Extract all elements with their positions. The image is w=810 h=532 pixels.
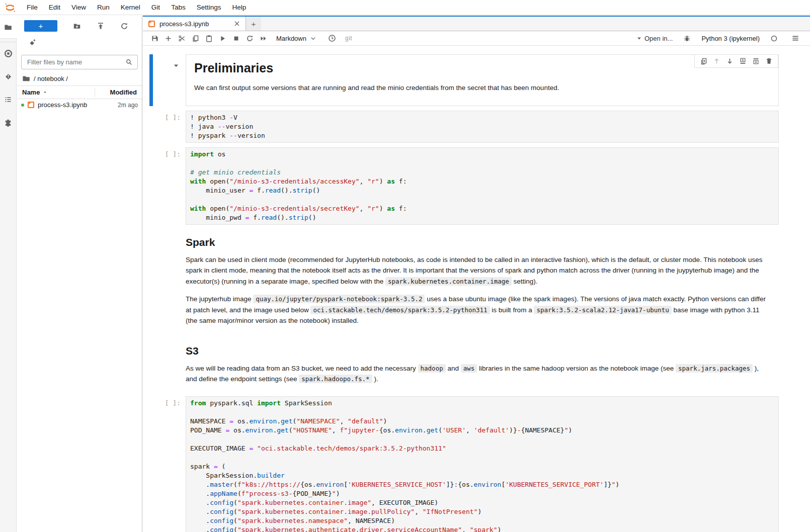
run-button[interactable] (216, 32, 229, 45)
code-line: ! java --version (190, 122, 774, 131)
inline-code: spark.kubernetes.container.image (385, 277, 512, 286)
tab-bar: process-s3.ipynb + (143, 16, 810, 31)
file-list: process-s3.ipynb 2m ago (17, 99, 142, 111)
code-line (190, 435, 774, 444)
code-line: with open("/minio-s3-credentials/accessK… (190, 177, 774, 186)
file-row[interactable]: process-s3.ipynb 2m ago (17, 99, 142, 111)
code-line: .master(f"k8s://https://{os.environ['KUB… (190, 480, 774, 489)
code-line: .config("spark.kubernetes.container.imag… (190, 507, 774, 516)
markdown-cell-selected: PreliminariesWe can first output some ve… (143, 54, 810, 106)
markdown-h2: S3 (186, 345, 771, 357)
execution-time-button[interactable] (326, 32, 339, 45)
insert-cell-below-button[interactable] (752, 57, 760, 65)
markdown-h2: Spark (186, 236, 771, 248)
code-editor[interactable]: from pyspark.sql import SparkSession NAM… (186, 396, 779, 532)
delete-cell-button[interactable] (765, 57, 773, 65)
markdown-p: Spark can be used in client mode (recomm… (186, 254, 771, 287)
markdown-h1: Preliminaries (194, 61, 770, 75)
new-launcher-button[interactable]: + (24, 20, 57, 32)
close-tab-icon[interactable] (233, 20, 240, 27)
caret-down-icon (636, 36, 642, 41)
code-line: .config("spark.kubernetes.container.imag… (190, 498, 774, 507)
toolbar-right: Open in... Python 3 (ipykernel) (636, 32, 805, 45)
markdown-rendered[interactable]: SparkSpark can be used in client mode (r… (186, 236, 779, 326)
activity-git[interactable] (0, 65, 17, 88)
markdown-p: As we will be reading data from an S3 bu… (186, 363, 771, 385)
menu-file[interactable]: File (21, 0, 43, 15)
inline-code: spark.jars.packages (676, 364, 753, 373)
code-line (190, 453, 774, 462)
cell-toolbar (694, 54, 778, 68)
code-line: minio_user = f.read().strip() (190, 186, 774, 195)
cut-button[interactable] (175, 32, 189, 45)
debugger-bug-icon[interactable] (680, 32, 694, 45)
upload-button[interactable] (97, 22, 105, 30)
input-prompt: [ ]: (143, 396, 186, 407)
menu-git[interactable]: Git (146, 0, 166, 15)
sort-caret-icon (43, 90, 47, 95)
column-modified[interactable]: Modified (95, 88, 138, 97)
file-filter-input[interactable] (26, 58, 125, 66)
menu-bar: FileEditViewRunKernelGitTabsSettingsHelp (0, 0, 810, 15)
code-line: NAMESPACE = os.environ.get("NAMESPACE", … (190, 417, 774, 426)
file-filter[interactable] (21, 55, 138, 69)
running-icon (4, 49, 13, 58)
inline-code: spark:3.5.2-scala2.12-java17-ubuntu (534, 306, 671, 314)
save-button[interactable] (148, 32, 161, 45)
tab-process-s3[interactable]: process-s3.ipynb (143, 17, 246, 31)
fast-forward-button[interactable] (257, 32, 270, 45)
code-editor[interactable]: import os # get minio credentialswith op… (186, 147, 779, 225)
code-editor[interactable]: ! python3 -V! java --version! pyspark --… (186, 111, 779, 143)
menu-help[interactable]: Help (226, 0, 252, 15)
cell-gutter: [ ]: (143, 147, 186, 225)
code-line: .config("spark.kubernetes.authenticate.d… (190, 525, 774, 532)
input-prompt: [ ]: (143, 147, 186, 158)
markdown-rendered[interactable]: S3As we will be reading data from an S3 … (186, 345, 779, 385)
activity-table-of-contents[interactable] (0, 88, 17, 111)
code-line: SparkSession.builder (190, 471, 774, 480)
copy-button[interactable] (189, 32, 202, 45)
breadcrumb-path: / notebook / (34, 75, 68, 82)
kernel-name[interactable]: Python 3 (ipykernel) (701, 35, 760, 42)
home-folder-icon[interactable] (22, 74, 30, 82)
restart-button[interactable] (243, 32, 257, 45)
git-clone-button[interactable] (28, 39, 36, 47)
menu-settings[interactable]: Settings (191, 0, 227, 15)
cell-type-dropdown[interactable]: Markdown (276, 35, 316, 42)
toolbar-menu-icon[interactable] (788, 32, 802, 45)
stop-button[interactable] (229, 32, 243, 45)
menu-kernel[interactable]: Kernel (115, 0, 146, 15)
activity-file-browser[interactable] (0, 16, 17, 39)
collapser-icon[interactable] (173, 63, 179, 69)
duplicate-cell-button[interactable] (700, 57, 707, 65)
move-cell-down-button[interactable] (726, 57, 734, 65)
code-line (190, 408, 774, 417)
menu-run[interactable]: Run (92, 0, 115, 15)
cell-gutter (143, 338, 186, 392)
column-name[interactable]: Name (22, 88, 95, 96)
chevron-down-icon (310, 35, 316, 42)
menu-view[interactable]: View (66, 0, 92, 15)
menu-tabs[interactable]: Tabs (166, 0, 191, 15)
jupyter-logo-icon (4, 2, 16, 13)
add-button[interactable] (161, 32, 175, 45)
markdown-rendered[interactable]: PreliminariesWe can first output some ve… (186, 54, 779, 106)
activity-running-sessions[interactable] (0, 42, 17, 65)
markdown-cell: SparkSpark can be used in client mode (r… (143, 229, 810, 333)
breadcrumb[interactable]: / notebook / (17, 69, 142, 85)
activity-extension-manager[interactable] (0, 111, 17, 134)
markdown-p: We can first output some versions that a… (194, 82, 770, 94)
code-line: ! python3 -V (190, 113, 774, 122)
open-in-dropdown[interactable]: Open in... (636, 35, 673, 42)
new-folder-button[interactable] (73, 22, 81, 30)
paste-button[interactable] (202, 32, 216, 45)
folder-icon (4, 23, 12, 31)
insert-cell-above-button[interactable] (739, 57, 747, 65)
menu-edit[interactable]: Edit (43, 0, 66, 15)
inline-code: aws (461, 364, 477, 373)
move-cell-up-button[interactable] (713, 57, 720, 65)
refresh-file-list-button[interactable] (120, 22, 128, 30)
cell-gutter: [ ]: (143, 396, 186, 532)
file-browser-panel: + / notebook / Name Modified process-s3.… (17, 16, 142, 532)
new-tab-button[interactable]: + (246, 17, 261, 31)
